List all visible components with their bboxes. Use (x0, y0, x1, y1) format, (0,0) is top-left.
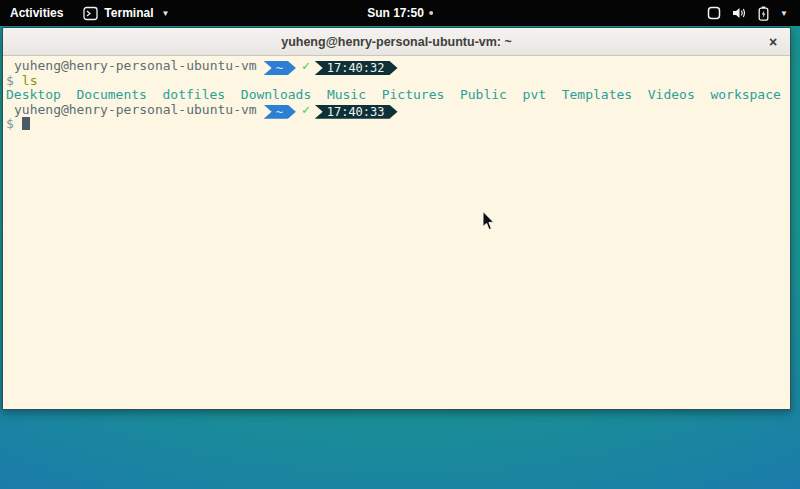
chevron-down-icon: ▼ (161, 9, 169, 18)
prompt-line-2: yuheng@henry-personal-ubuntu-vm~✓17:40:3… (6, 103, 788, 118)
app-menu-terminal[interactable]: Terminal ▼ (73, 0, 179, 26)
system-status-area[interactable]: ▼ (695, 0, 800, 26)
status-check-icon: ✓ (302, 58, 310, 73)
cwd-text: ~ (276, 105, 283, 119)
time-text: 17:40:32 (327, 61, 385, 75)
time-segment: 17:40:32 (315, 61, 398, 75)
terminal-app-icon (83, 6, 98, 21)
clock-label: Sun 17:50 (367, 6, 424, 20)
battery-charging-icon (758, 6, 769, 21)
time-text: 17:40:33 (327, 105, 385, 119)
top-bar-left: Activities Terminal ▼ (0, 0, 179, 26)
cwd-text: ~ (276, 61, 283, 75)
close-button[interactable]: × (764, 33, 782, 51)
top-bar: Activities Terminal ▼ Sun 17:50 (0, 0, 800, 26)
prompt-line-1: yuheng@henry-personal-ubuntu-vm~✓17:40:3… (6, 59, 788, 74)
time-segment: 17:40:33 (315, 105, 398, 119)
ls-output-line: Desktop Documents dotfiles Downloads Mus… (6, 88, 788, 103)
status-check-icon: ✓ (302, 102, 310, 117)
titlebar[interactable]: yuheng@henry-personal-ubuntu-vm: ~ × (3, 28, 790, 56)
terminal-window: yuheng@henry-personal-ubuntu-vm: ~ × yuh… (2, 27, 791, 410)
activities-button[interactable]: Activities (0, 0, 73, 26)
notification-dot-icon (429, 11, 433, 15)
screen-icon (707, 6, 721, 20)
command-line: $ls (6, 74, 788, 89)
command-text: ls (22, 73, 38, 88)
input-line[interactable]: $ (6, 117, 788, 132)
app-menu-label: Terminal (104, 6, 153, 20)
cwd-segment: ~ (264, 105, 296, 119)
cwd-segment: ~ (264, 61, 296, 75)
terminal-content[interactable]: yuheng@henry-personal-ubuntu-vm~✓17:40:3… (3, 56, 790, 409)
chevron-down-icon: ▼ (780, 9, 788, 18)
window-title: yuheng@henry-personal-ubuntu-vm: ~ (281, 35, 512, 49)
volume-icon (732, 6, 747, 20)
terminal-cursor (22, 117, 30, 130)
clock-button[interactable]: Sun 17:50 (367, 0, 433, 26)
prompt-symbol: $ (6, 116, 14, 131)
prompt-symbol: $ (6, 73, 14, 88)
user-host-text: yuheng@henry-personal-ubuntu-vm (14, 58, 257, 73)
user-host-text: yuheng@henry-personal-ubuntu-vm (14, 102, 257, 117)
